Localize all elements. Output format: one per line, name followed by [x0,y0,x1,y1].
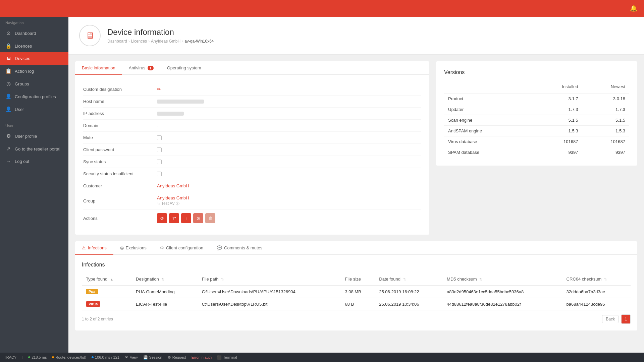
breadcrumb-licences[interactable]: Licences [131,39,147,44]
inf-tab-exclusions[interactable]: ◎ Exclusions [113,241,153,255]
col-file-path[interactable]: File path ⇅ [198,273,341,285]
label-ip-address: IP address [83,111,157,116]
inf-tab-label: Infections [88,245,107,250]
table-row: Virus database 101687 101687 [444,136,629,147]
sort-icon: ⇅ [403,278,406,281]
action-transfer-button[interactable]: ⇄ [169,213,179,223]
statusbar-terminal[interactable]: ⬛ Terminal [217,355,237,360]
left-panel: Basic information Antivirus 1 Operating … [75,61,429,235]
tab-basic-label: Basic information [82,65,115,70]
value-ip-address [157,112,421,116]
versions-product: Virus database [444,136,531,147]
notification-bell-icon[interactable]: 🔔 [630,5,637,12]
col-date-found[interactable]: Date found ⇅ [375,273,443,285]
pagination-text: 1 to 2 of 2 entries [82,317,113,321]
group-link[interactable]: AnyIdeas GmbH [157,195,189,200]
sync-status-checkbox[interactable] [157,160,162,164]
statusbar-request[interactable]: ⚙ Request [168,355,186,360]
customer-link[interactable]: AnyIdeas GmbH [157,183,189,188]
config-icon: 👤 [5,94,11,100]
sort-icon: ⇅ [604,278,607,281]
infection-type: Pua [82,285,132,298]
edit-icon[interactable]: ✏ [157,86,161,92]
field-custom-designation: Custom designation ✏ [83,83,421,96]
tab-antivirus-label: Antivirus [129,65,146,70]
table-row: Pua PUA.GameModding C:\Users\User\Downlo… [82,285,631,298]
info-icon[interactable]: ⓘ [176,201,179,205]
back-button[interactable]: Back [602,315,619,323]
field-actions: Actions ⟳ ⇄ ↑ ⊘ 🗑 [83,210,421,227]
device-header-text: Device information Dashboard › Licences … [107,27,214,44]
sidebar-item-licences[interactable]: 🔒 Licences [0,40,68,52]
sidebar-item-action-log[interactable]: 📋 Action log [0,65,68,77]
action-delete-button[interactable]: 🗑 [205,213,215,223]
inf-tab-client-config[interactable]: ⚙ Client configuration [153,241,210,255]
breadcrumb-sep2: › [148,39,150,44]
infection-designation: EICAR-Test-File [132,298,198,310]
mute-checkbox[interactable] [157,135,162,140]
value-domain: - [157,123,421,128]
action-refresh-button[interactable]: ⟳ [157,213,167,223]
sidebar-item-label: Go to the reseller portal [15,146,60,152]
field-ip-address: IP address [83,108,421,120]
tab-basic-information[interactable]: Basic information [75,61,122,75]
tab-os-label: Operating system [167,65,201,70]
col-designation[interactable]: Designation ⇅ [132,273,198,285]
sidebar-item-devices[interactable]: 🖥 Devices [0,52,68,65]
sidebar-item-config-profiles[interactable]: 👤 Configuration profiles [0,90,68,103]
sidebar-item-reseller-portal[interactable]: ↗ Go to the reseller portal [0,142,68,155]
sidebar-item-label: Devices [15,56,30,61]
inf-tab-infections[interactable]: ⚠ Infections [75,241,113,255]
versions-title: Versions [444,69,629,75]
sidebar-item-user-profile[interactable]: ⚙ User profile [0,130,68,142]
page-number[interactable]: 1 [621,314,631,324]
dashboard-icon: ⊙ [5,30,11,36]
infection-date: 25.06.2019 10:34:06 [375,298,443,310]
breadcrumb-sep3: › [182,39,183,44]
tab-antivirus[interactable]: Antivirus 1 [122,61,160,75]
tab-bar: Basic information Antivirus 1 Operating … [75,61,429,75]
label-actions: Actions [83,216,157,221]
breadcrumb-dashboard[interactable]: Dashboard [107,39,127,44]
col-crc64[interactable]: CRC64 checksum ⇅ [562,273,631,285]
field-mute: Mute [83,132,421,144]
nav-section-label: Navigation [0,17,68,27]
versions-product: AntiSPAM engine [444,126,531,136]
top-bar: 🔔 [0,0,644,17]
tab-os[interactable]: Operating system [160,61,208,75]
infection-crc64: ba68a441243cde95 [562,298,631,310]
user-section-label: User [0,120,68,130]
statusbar-session[interactable]: 💾 Session [143,355,162,360]
statusbar-view[interactable]: 👁 View [125,355,138,359]
sidebar-item-groups[interactable]: ◎ Groups [0,77,68,90]
col-type-found[interactable]: Type found ▲ [82,273,132,285]
table-row: AntiSPAM engine 1.5.3 1.5.3 [444,126,629,136]
sidebar-item-dashboard[interactable]: ⊙ Dashboard [0,27,68,40]
label-domain: Domain [83,123,157,128]
breadcrumb-anyideas[interactable]: AnyIdeas GmbH [151,39,180,44]
value-host-name [157,100,421,104]
table-row: SPAM database 9397 9397 [444,147,629,158]
versions-installed: 3.1.7 [531,94,582,104]
sidebar-item-label: Configuration profiles [15,94,56,99]
infections-icon: ⚠ [82,245,86,250]
table-row: Scan engine 5.1.5 5.1.5 [444,115,629,126]
action-disable-button[interactable]: ⊘ [193,213,203,223]
status-bar: TRACY | 218.5 ms Route: devices/{id} 106… [0,353,644,362]
col-md5[interactable]: MD5 checksum ⇅ [443,273,562,285]
sort-icon: ▲ [110,278,113,281]
breadcrumb: Dashboard › Licences › AnyIdeas GmbH › a… [107,39,214,44]
inf-tab-comments[interactable]: 💬 Comments & mutes [210,241,269,255]
sidebar-item-user[interactable]: 👤 User [0,103,68,116]
security-status-checkbox[interactable] [157,172,162,176]
label-customer: Customer [83,183,157,188]
infection-designation: PUA.GameModding [132,285,198,298]
client-password-checkbox[interactable] [157,147,162,152]
versions-newest: 1.5.3 [582,126,629,136]
settings-icon: ⚙ [5,133,11,139]
infections-section: ⚠ Infections ◎ Exclusions ⚙ Client confi… [68,241,644,337]
infection-type: Virus [82,298,132,310]
field-group: Group AnyIdeas GmbH ↳ Test AV ⓘ [83,192,421,210]
action-upload-button[interactable]: ↑ [181,213,191,223]
sidebar-item-logout[interactable]: → Log out [0,155,68,168]
